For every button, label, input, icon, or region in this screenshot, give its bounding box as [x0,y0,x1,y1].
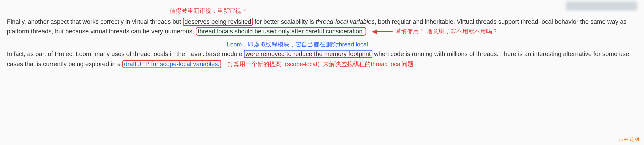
p1-text-1: Finally, another aspect that works corre… [7,18,183,25]
annotation-right-red: 谨慎使用！ 啥意思，能不用就不用吗？ [395,28,498,35]
arrow-icon [372,29,393,34]
paragraph-2: In fact, as part of Project Loom, many u… [7,49,637,69]
p2-text-2: module [220,51,244,57]
paragraph-1: Finally, another aspect that works corre… [7,17,637,36]
p1-italic-thread-local: thread-local variables [316,18,375,25]
draft-jep-link[interactable]: draft JEP for scope-local variables. [122,60,221,68]
p1-boxed-consideration: thread locals should be used only after … [196,27,366,36]
p2-text-1: In fact, as part of Project Loom, many u… [7,51,187,57]
p2-boxed-removed: were removed to reduce the memory footpr… [244,50,372,58]
document-content: 值得被重新审视，重新审视？ Finally, another aspect th… [7,7,637,69]
annotation-top-red: 值得被重新审视，重新审视？ [170,7,637,15]
p1-boxed-deserves: deserves being revisited [183,18,253,26]
annotation-bottom-red: 打算用一个新的提案（scope-local）来解决虚拟线程的thread loc… [228,61,414,67]
p2-mono-javabase: java.base [187,51,220,58]
annotation-right-blue: Loom，即虚拟线程模块，它自己都在删除thread local [227,40,637,48]
p1-text-2: for better scalability is [253,18,316,25]
watermark: 吉林龙网 [618,136,640,143]
